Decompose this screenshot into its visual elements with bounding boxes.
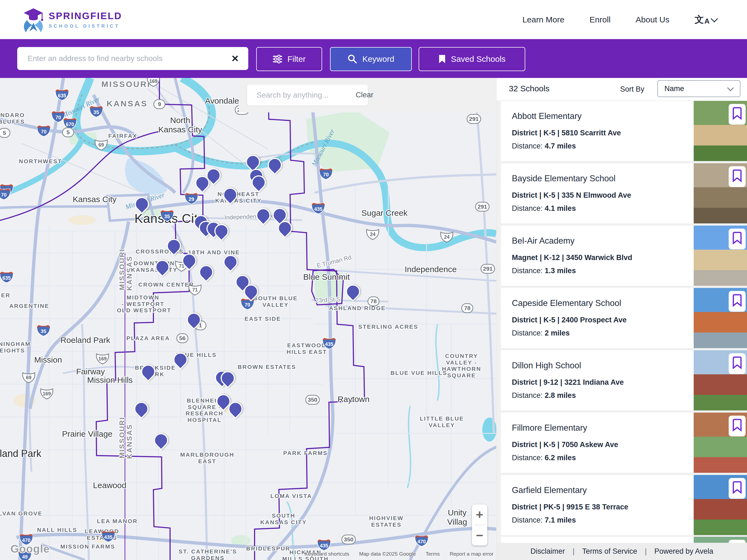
bookmark-button[interactable] xyxy=(729,416,746,436)
bookmark-icon xyxy=(732,107,742,120)
school-cards-list: Abbott Elementary District | K-5 | 5810 … xyxy=(496,101,747,543)
school-distance: Distance: 1.3 miles xyxy=(512,266,576,275)
school-details: District | K-5 | 335 N Elmwood Ave xyxy=(512,191,631,200)
school-distance: Distance: 7.1 miles xyxy=(512,516,576,525)
terrain-patches xyxy=(14,215,238,542)
school-name: Capeside Elementary School xyxy=(512,298,621,308)
river-wide xyxy=(125,159,168,195)
school-name: Garfield Elementary xyxy=(512,485,587,495)
address-search-input[interactable] xyxy=(17,54,222,63)
bookmark-button[interactable] xyxy=(729,229,746,249)
sliders-icon xyxy=(273,55,282,63)
list-header: 32 Schools Sort By Name xyxy=(496,78,747,101)
school-name: Abbott Elementary xyxy=(512,111,582,121)
school-card[interactable]: Capeside Elementary School District | K-… xyxy=(501,288,747,348)
attribution-3[interactable]: Report a map error xyxy=(449,551,493,557)
school-details: District | 9-12 | 3221 Indiana Ave xyxy=(512,378,624,387)
bookmark-icon xyxy=(732,418,742,432)
school-card[interactable]: Dillon High School District | 9-12 | 322… xyxy=(501,350,747,410)
keyword-search-input[interactable] xyxy=(247,91,356,100)
attribution-1: Map data ©2025 Google xyxy=(359,551,416,557)
school-name: Bel-Air Academy xyxy=(512,236,574,246)
attribution-2[interactable]: Terms xyxy=(426,551,440,557)
school-card[interactable]: Bayside Elementary School District | K-5… xyxy=(501,163,747,223)
school-card-partial[interactable] xyxy=(501,537,747,543)
bookmark-button[interactable] xyxy=(729,540,746,543)
school-card[interactable]: Bel-Air Academy Magnet | K-12 | 3450 War… xyxy=(501,226,747,286)
nav-about-us[interactable]: About Us xyxy=(636,15,669,24)
zoom-in-button[interactable]: + xyxy=(472,505,487,525)
keyword-search-overlay: Clear xyxy=(239,78,496,112)
search-toolbar: ✕ Filter Keyword Saved Scho xyxy=(0,39,747,78)
school-distance: Distance: 6.2 miles xyxy=(512,454,576,462)
nav-learn-more[interactable]: Learn More xyxy=(522,15,564,24)
brand-subtitle: SCHOOL DISTRICT xyxy=(49,24,122,29)
search-icon xyxy=(347,54,357,64)
nav-enroll[interactable]: Enroll xyxy=(590,15,611,24)
filter-button[interactable]: Filter xyxy=(256,47,322,71)
address-search-box: ✕ xyxy=(17,47,248,70)
school-list-panel: 32 Schools Sort By Name Abbott Elementar… xyxy=(496,78,747,560)
disclaimer-link[interactable]: Disclaimer xyxy=(531,547,565,556)
bookmark-button[interactable] xyxy=(729,353,746,374)
sort-dropdown[interactable]: Name xyxy=(657,80,741,97)
bookmark-button[interactable] xyxy=(729,478,746,499)
school-card[interactable]: Fillmore Elementary District | K-5 | 705… xyxy=(501,413,747,473)
bookmark-icon xyxy=(732,481,742,494)
school-distance: Distance: 4.1 miles xyxy=(512,204,576,213)
top-nav: Learn More Enroll About Us 文A xyxy=(522,14,747,26)
language-selector[interactable]: 文A xyxy=(695,14,717,26)
school-distance: Distance: 4.7 miles xyxy=(512,142,576,150)
street-grid xyxy=(0,176,496,560)
school-distance: Distance: 2.8 miles xyxy=(512,391,576,400)
translate-icon: 文 xyxy=(695,14,704,26)
school-details: Magnet | K-12 | 3450 Warwick Blvd xyxy=(512,253,632,262)
zoom-out-button[interactable]: − xyxy=(472,525,487,545)
brand-name: SPRINGFIELD xyxy=(49,10,122,21)
school-details: District | K-5 | 7050 Askew Ave xyxy=(512,440,618,449)
bookmark-icon xyxy=(732,231,742,245)
school-details: District | K-5 | 5810 Scarritt Ave xyxy=(512,129,621,137)
bookmark-button[interactable] xyxy=(729,291,746,312)
graduation-cap-icon xyxy=(22,6,44,33)
powered-by-avela-link[interactable]: Powered by Avela xyxy=(654,547,713,556)
map-zoom-control: + − xyxy=(472,505,487,545)
school-count: 32 Schools xyxy=(509,84,549,93)
terms-of-service-link[interactable]: Terms of Service xyxy=(582,547,637,556)
attribution-0[interactable]: Keyboard shortcuts xyxy=(305,551,350,557)
school-card[interactable]: Abbott Elementary District | K-5 | 5810 … xyxy=(501,101,747,161)
sort-by-label: Sort By xyxy=(620,85,644,94)
app: SPRINGFIELD SCHOOL DISTRICT Learn More E… xyxy=(0,0,747,560)
school-name: Dillon High School xyxy=(512,361,581,371)
header: SPRINGFIELD SCHOOL DISTRICT Learn More E… xyxy=(0,0,747,39)
close-icon[interactable]: ✕ xyxy=(222,53,249,64)
chevron-down-icon xyxy=(727,84,733,91)
keyword-button[interactable]: Keyword xyxy=(330,47,412,71)
school-card[interactable]: Garfield Elementary District | PK-5 | 99… xyxy=(501,475,747,535)
chevron-down-icon xyxy=(711,15,718,22)
bookmark-button[interactable] xyxy=(729,166,746,187)
clear-search-button[interactable]: Clear xyxy=(356,91,382,99)
school-name: Bayside Elementary School xyxy=(512,174,616,183)
schools-map[interactable]: MISSOURIKANSASMISSOURIKANSASMISSOURIKANS… xyxy=(0,78,496,560)
school-details: District | PK-5 | 9915 E 38 Terrace xyxy=(512,503,628,511)
bookmark-icon xyxy=(732,356,742,369)
bookmark-icon xyxy=(732,294,742,307)
park-areas xyxy=(68,110,390,546)
bookmark-button[interactable] xyxy=(729,104,746,125)
panel-footer: Disclaimer | Terms of Service | Powered … xyxy=(496,543,747,560)
school-details: District | K-5 | 2400 Prospect Ave xyxy=(512,316,627,324)
bookmark-icon xyxy=(732,169,742,182)
school-name: Fillmore Elementary xyxy=(512,423,587,433)
map-canvas xyxy=(0,78,496,560)
brand-logo[interactable]: SPRINGFIELD SCHOOL DISTRICT xyxy=(22,6,122,33)
school-distance: Distance: 2 miles xyxy=(512,329,570,337)
saved-schools-button[interactable]: Saved Schools xyxy=(419,47,525,71)
keyword-search-box: Clear xyxy=(247,84,368,106)
google-logo[interactable]: Google xyxy=(10,543,50,555)
bookmark-icon xyxy=(438,54,446,64)
map-attribution: Keyboard shortcutsMap data ©2025 GoogleT… xyxy=(305,551,493,557)
